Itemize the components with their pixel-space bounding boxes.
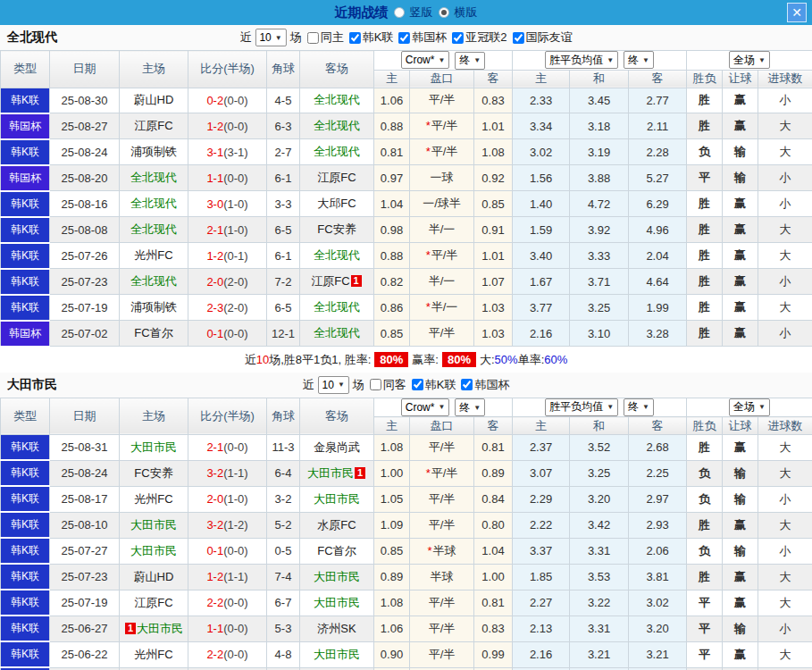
half-time-score: (0-0)	[223, 120, 247, 133]
league-filter-checkbox[interactable]	[412, 379, 423, 390]
team-name: 蔚山HD	[134, 570, 174, 583]
cell-avg-home: 1.59	[513, 217, 570, 243]
cell-result: 胜	[687, 113, 723, 139]
select-value: Crow*	[406, 401, 435, 414]
cell-home-odds: 0.85	[374, 538, 410, 564]
cell-avg-away: 2.06	[629, 538, 687, 564]
games-count-select[interactable]: 10▼	[318, 376, 349, 394]
league-badge: 韩国杯	[1, 113, 50, 139]
match-row: 韩国杯25-07-02FC首尔0-1(0-0)12-1全北现代0.85平/半1.…	[1, 321, 812, 347]
column-header: 角球	[267, 398, 300, 435]
cell-home-odds: 0.85	[374, 321, 410, 347]
final-average-select[interactable]: 终▼	[624, 51, 654, 69]
cell-home-odds: 0.81	[374, 139, 410, 165]
league-filter-checkbox[interactable]	[349, 32, 361, 44]
sub-column-header: 主	[513, 70, 570, 88]
cell-corners: 7-4	[267, 564, 300, 590]
cell-goals-overunder: 小	[758, 165, 812, 191]
cell-away-odds: 0.92	[474, 165, 513, 191]
final-odds-select[interactable]: 终▼	[455, 398, 485, 416]
league-filter-checkbox[interactable]	[398, 32, 410, 44]
cell-avg-home: 3.34	[513, 113, 570, 139]
handicap-changed-marker: *	[426, 300, 431, 314]
select-value: 终	[459, 53, 470, 68]
cell-handicap-line: 平/半	[410, 590, 474, 616]
cell-home-odds: 1.08	[374, 590, 410, 616]
league-filter-label: 韩K联	[425, 377, 456, 393]
horizontal-layout-radio[interactable]	[439, 7, 449, 18]
half-time-score: (0-0)	[223, 596, 247, 609]
league-filter-label: 亚冠联2	[465, 29, 506, 46]
cell-away-team: 全北现代	[300, 321, 374, 347]
cell-handicap-result: 赢	[723, 590, 758, 616]
cell-away-odds: 1.00	[474, 564, 513, 590]
cell-handicap-line: *平/半	[410, 243, 474, 269]
scope-group-header: 全场▼	[687, 51, 812, 71]
cell-handicap-result: 赢	[723, 641, 758, 667]
cell-handicap-line: 平/半	[410, 641, 474, 667]
cell-goals-overunder: 大	[758, 243, 812, 269]
sub-column-header: 主	[513, 417, 570, 435]
full-time-score: 2-1	[206, 223, 223, 237]
cell-home-team: 大田市民	[120, 538, 188, 564]
cell-handicap-result: 赢	[723, 243, 758, 269]
games-count-select[interactable]: 10▼	[255, 29, 286, 46]
final-odds-select[interactable]: 终▼	[455, 52, 485, 70]
match-scope-select[interactable]: 全场▼	[729, 51, 770, 69]
full-time-score: 1-1	[206, 172, 223, 185]
half-time-score: (0-0)	[223, 622, 247, 635]
cell-avg-away: 2.93	[629, 512, 687, 538]
cell-score: 1-1(0-0)	[188, 165, 267, 191]
cell-away-odds: 1.03	[474, 321, 513, 347]
cell-score: 0-1(0-0)	[188, 321, 267, 347]
match-scope-select[interactable]: 全场▼	[729, 398, 770, 416]
league-badge: 韩国杯	[1, 165, 50, 191]
filter-games-label: 场	[353, 377, 364, 393]
cell-handicap-result: 赢	[723, 217, 758, 243]
cell-goals-overunder: 大	[758, 590, 812, 616]
team-name: 金泉尚武	[314, 440, 360, 454]
team-name: 蔚山HD	[134, 93, 174, 106]
cell-away-team: FC安养	[300, 217, 374, 243]
same-venue-checkbox[interactable]	[307, 32, 319, 44]
cell-home-odds: 1.09	[374, 512, 410, 538]
team-name: 大田市民	[130, 518, 177, 532]
same-venue-checkbox[interactable]	[370, 379, 381, 390]
column-header: 日期	[50, 398, 120, 435]
vertical-layout-radio[interactable]	[394, 7, 405, 18]
half-time-score: (1-0)	[223, 197, 247, 211]
league-filter-checkbox[interactable]	[461, 379, 473, 390]
select-value: 胜平负均值	[549, 53, 603, 68]
average-odds-select[interactable]: 胜平负均值▼	[545, 398, 618, 416]
match-row: 韩K联25-08-10大田市民3-2(1-2)5-2水原FC1.09平/半0.8…	[1, 512, 812, 538]
league-badge: 韩K联	[1, 139, 50, 165]
cell-handicap-line: *平/半	[410, 113, 474, 139]
cell-avg-draw: 3.42	[570, 512, 629, 538]
cell-handicap-result: 输	[723, 460, 758, 486]
horizontal-layout-label[interactable]: 横版	[455, 4, 478, 21]
cell-avg-away: 4.96	[629, 217, 687, 243]
vertical-layout-label[interactable]: 竖版	[410, 4, 433, 21]
cell-goals-overunder: 大	[758, 139, 812, 165]
final-average-select[interactable]: 终▼	[624, 398, 654, 416]
league-badge: 韩K联	[1, 486, 50, 512]
cell-date: 25-07-23	[50, 564, 120, 590]
cell-result: 胜	[687, 191, 723, 217]
red-card-badge: 1	[125, 623, 136, 634]
league-filter-checkbox[interactable]	[452, 32, 464, 44]
half-time-score: (0-0)	[223, 440, 247, 454]
average-odds-select[interactable]: 胜平负均值▼	[545, 51, 618, 69]
team-name: 大田市民	[307, 466, 354, 480]
bookmaker-select[interactable]: Crow*▼	[401, 51, 450, 69]
cell-score: 0-1(0-0)	[188, 538, 267, 564]
cell-date: 25-07-19	[50, 295, 120, 321]
team-name: FC首尔	[317, 544, 356, 557]
cell-result: 胜	[687, 217, 723, 243]
league-filter-checkbox[interactable]	[513, 32, 524, 44]
league-badge: 韩K联	[1, 512, 50, 538]
close-button[interactable]: ✕	[787, 3, 807, 22]
cell-away-team: 江原FC1	[300, 269, 374, 295]
cell-avg-home: 2.16	[513, 641, 570, 667]
bookmaker-select[interactable]: Crow*▼	[401, 398, 450, 416]
cell-handicap-line: 半/一	[410, 217, 474, 243]
